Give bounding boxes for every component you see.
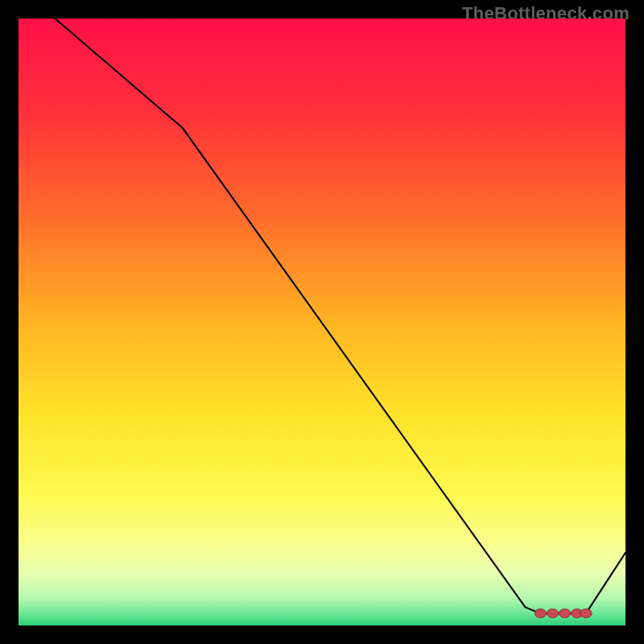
data-markers — [535, 609, 592, 617]
data-marker — [535, 609, 546, 617]
data-marker — [547, 609, 558, 617]
plot-area — [19, 19, 625, 625]
chart-stage: TheBottleneck.com — [0, 0, 644, 644]
data-marker — [559, 609, 570, 617]
chart-svg — [19, 19, 625, 625]
data-marker — [580, 609, 592, 617]
